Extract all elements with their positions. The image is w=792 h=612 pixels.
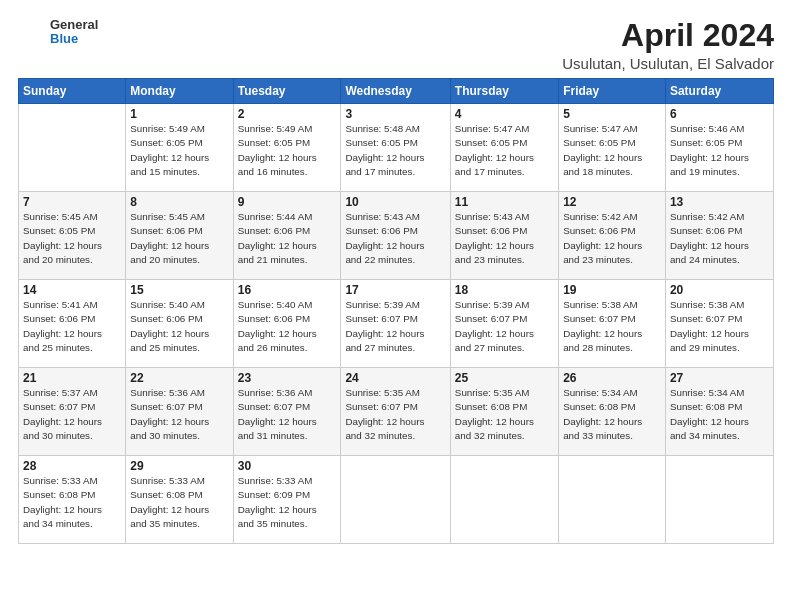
calendar-cell-w1-d7: 6Sunrise: 5:46 AMSunset: 6:05 PMDaylight… — [665, 104, 773, 192]
header-sunday: Sunday — [19, 79, 126, 104]
calendar-week-4: 21Sunrise: 5:37 AMSunset: 6:07 PMDayligh… — [19, 368, 774, 456]
day-detail-10: Sunrise: 5:43 AMSunset: 6:06 PMDaylight:… — [345, 210, 445, 267]
day-number-6: 6 — [670, 107, 769, 121]
day-detail-2: Sunrise: 5:49 AMSunset: 6:05 PMDaylight:… — [238, 122, 337, 179]
logo-icon — [18, 18, 46, 46]
day-number-13: 13 — [670, 195, 769, 209]
day-number-23: 23 — [238, 371, 337, 385]
day-detail-15: Sunrise: 5:40 AMSunset: 6:06 PMDaylight:… — [130, 298, 228, 355]
day-detail-23: Sunrise: 5:36 AMSunset: 6:07 PMDaylight:… — [238, 386, 337, 443]
calendar-cell-w4-d4: 24Sunrise: 5:35 AMSunset: 6:07 PMDayligh… — [341, 368, 450, 456]
calendar-cell-w2-d7: 13Sunrise: 5:42 AMSunset: 6:06 PMDayligh… — [665, 192, 773, 280]
day-detail-3: Sunrise: 5:48 AMSunset: 6:05 PMDaylight:… — [345, 122, 445, 179]
header-monday: Monday — [126, 79, 233, 104]
day-detail-20: Sunrise: 5:38 AMSunset: 6:07 PMDaylight:… — [670, 298, 769, 355]
calendar-cell-w1-d6: 5Sunrise: 5:47 AMSunset: 6:05 PMDaylight… — [559, 104, 666, 192]
logo-text: General Blue — [50, 18, 98, 47]
day-number-12: 12 — [563, 195, 661, 209]
day-detail-7: Sunrise: 5:45 AMSunset: 6:05 PMDaylight:… — [23, 210, 121, 267]
day-number-17: 17 — [345, 283, 445, 297]
calendar-cell-w3-d6: 19Sunrise: 5:38 AMSunset: 6:07 PMDayligh… — [559, 280, 666, 368]
title-block: April 2024 Usulutan, Usulutan, El Salvad… — [562, 18, 774, 72]
day-number-9: 9 — [238, 195, 337, 209]
calendar-cell-w2-d5: 11Sunrise: 5:43 AMSunset: 6:06 PMDayligh… — [450, 192, 558, 280]
calendar-cell-w5-d1: 28Sunrise: 5:33 AMSunset: 6:08 PMDayligh… — [19, 456, 126, 544]
calendar-cell-w2-d6: 12Sunrise: 5:42 AMSunset: 6:06 PMDayligh… — [559, 192, 666, 280]
day-detail-1: Sunrise: 5:49 AMSunset: 6:05 PMDaylight:… — [130, 122, 228, 179]
logo: General Blue — [18, 18, 98, 47]
header-wednesday: Wednesday — [341, 79, 450, 104]
day-detail-17: Sunrise: 5:39 AMSunset: 6:07 PMDaylight:… — [345, 298, 445, 355]
header-saturday: Saturday — [665, 79, 773, 104]
location: Usulutan, Usulutan, El Salvador — [562, 55, 774, 72]
calendar-cell-w5-d5 — [450, 456, 558, 544]
header-thursday: Thursday — [450, 79, 558, 104]
day-detail-19: Sunrise: 5:38 AMSunset: 6:07 PMDaylight:… — [563, 298, 661, 355]
day-number-4: 4 — [455, 107, 554, 121]
day-number-24: 24 — [345, 371, 445, 385]
calendar-cell-w2-d3: 9Sunrise: 5:44 AMSunset: 6:06 PMDaylight… — [233, 192, 341, 280]
calendar-cell-w1-d3: 2Sunrise: 5:49 AMSunset: 6:05 PMDaylight… — [233, 104, 341, 192]
calendar-cell-w3-d7: 20Sunrise: 5:38 AMSunset: 6:07 PMDayligh… — [665, 280, 773, 368]
day-detail-5: Sunrise: 5:47 AMSunset: 6:05 PMDaylight:… — [563, 122, 661, 179]
calendar-cell-w3-d4: 17Sunrise: 5:39 AMSunset: 6:07 PMDayligh… — [341, 280, 450, 368]
calendar-week-3: 14Sunrise: 5:41 AMSunset: 6:06 PMDayligh… — [19, 280, 774, 368]
day-number-27: 27 — [670, 371, 769, 385]
day-detail-8: Sunrise: 5:45 AMSunset: 6:06 PMDaylight:… — [130, 210, 228, 267]
calendar-header-row: Sunday Monday Tuesday Wednesday Thursday… — [19, 79, 774, 104]
calendar-cell-w3-d5: 18Sunrise: 5:39 AMSunset: 6:07 PMDayligh… — [450, 280, 558, 368]
calendar-week-2: 7Sunrise: 5:45 AMSunset: 6:05 PMDaylight… — [19, 192, 774, 280]
calendar-cell-w5-d6 — [559, 456, 666, 544]
page: General Blue April 2024 Usulutan, Usulut… — [0, 0, 792, 612]
calendar-cell-w5-d7 — [665, 456, 773, 544]
calendar-week-5: 28Sunrise: 5:33 AMSunset: 6:08 PMDayligh… — [19, 456, 774, 544]
day-number-20: 20 — [670, 283, 769, 297]
calendar-table: Sunday Monday Tuesday Wednesday Thursday… — [18, 78, 774, 544]
calendar-cell-w5-d3: 30Sunrise: 5:33 AMSunset: 6:09 PMDayligh… — [233, 456, 341, 544]
calendar-cell-w3-d2: 15Sunrise: 5:40 AMSunset: 6:06 PMDayligh… — [126, 280, 233, 368]
day-detail-30: Sunrise: 5:33 AMSunset: 6:09 PMDaylight:… — [238, 474, 337, 531]
calendar-cell-w1-d1 — [19, 104, 126, 192]
day-number-7: 7 — [23, 195, 121, 209]
day-detail-22: Sunrise: 5:36 AMSunset: 6:07 PMDaylight:… — [130, 386, 228, 443]
day-number-26: 26 — [563, 371, 661, 385]
day-detail-13: Sunrise: 5:42 AMSunset: 6:06 PMDaylight:… — [670, 210, 769, 267]
logo-blue-text: Blue — [50, 32, 98, 46]
day-number-2: 2 — [238, 107, 337, 121]
day-detail-16: Sunrise: 5:40 AMSunset: 6:06 PMDaylight:… — [238, 298, 337, 355]
calendar-week-1: 1Sunrise: 5:49 AMSunset: 6:05 PMDaylight… — [19, 104, 774, 192]
day-number-22: 22 — [130, 371, 228, 385]
day-detail-29: Sunrise: 5:33 AMSunset: 6:08 PMDaylight:… — [130, 474, 228, 531]
day-detail-4: Sunrise: 5:47 AMSunset: 6:05 PMDaylight:… — [455, 122, 554, 179]
day-detail-11: Sunrise: 5:43 AMSunset: 6:06 PMDaylight:… — [455, 210, 554, 267]
day-detail-18: Sunrise: 5:39 AMSunset: 6:07 PMDaylight:… — [455, 298, 554, 355]
day-detail-9: Sunrise: 5:44 AMSunset: 6:06 PMDaylight:… — [238, 210, 337, 267]
calendar-cell-w4-d2: 22Sunrise: 5:36 AMSunset: 6:07 PMDayligh… — [126, 368, 233, 456]
month-title: April 2024 — [562, 18, 774, 53]
calendar-cell-w5-d2: 29Sunrise: 5:33 AMSunset: 6:08 PMDayligh… — [126, 456, 233, 544]
day-number-16: 16 — [238, 283, 337, 297]
day-number-11: 11 — [455, 195, 554, 209]
calendar-cell-w1-d2: 1Sunrise: 5:49 AMSunset: 6:05 PMDaylight… — [126, 104, 233, 192]
calendar-cell-w4-d6: 26Sunrise: 5:34 AMSunset: 6:08 PMDayligh… — [559, 368, 666, 456]
calendar-cell-w1-d4: 3Sunrise: 5:48 AMSunset: 6:05 PMDaylight… — [341, 104, 450, 192]
calendar-cell-w4-d7: 27Sunrise: 5:34 AMSunset: 6:08 PMDayligh… — [665, 368, 773, 456]
day-number-30: 30 — [238, 459, 337, 473]
day-number-1: 1 — [130, 107, 228, 121]
day-number-15: 15 — [130, 283, 228, 297]
day-detail-14: Sunrise: 5:41 AMSunset: 6:06 PMDaylight:… — [23, 298, 121, 355]
calendar-cell-w2-d4: 10Sunrise: 5:43 AMSunset: 6:06 PMDayligh… — [341, 192, 450, 280]
day-detail-21: Sunrise: 5:37 AMSunset: 6:07 PMDaylight:… — [23, 386, 121, 443]
day-number-8: 8 — [130, 195, 228, 209]
day-number-19: 19 — [563, 283, 661, 297]
calendar-cell-w4-d5: 25Sunrise: 5:35 AMSunset: 6:08 PMDayligh… — [450, 368, 558, 456]
header-tuesday: Tuesday — [233, 79, 341, 104]
header: General Blue April 2024 Usulutan, Usulut… — [18, 18, 774, 72]
day-number-10: 10 — [345, 195, 445, 209]
calendar-cell-w3-d1: 14Sunrise: 5:41 AMSunset: 6:06 PMDayligh… — [19, 280, 126, 368]
day-detail-28: Sunrise: 5:33 AMSunset: 6:08 PMDaylight:… — [23, 474, 121, 531]
day-detail-25: Sunrise: 5:35 AMSunset: 6:08 PMDaylight:… — [455, 386, 554, 443]
day-number-18: 18 — [455, 283, 554, 297]
calendar-cell-w2-d2: 8Sunrise: 5:45 AMSunset: 6:06 PMDaylight… — [126, 192, 233, 280]
logo-general-text: General — [50, 18, 98, 32]
